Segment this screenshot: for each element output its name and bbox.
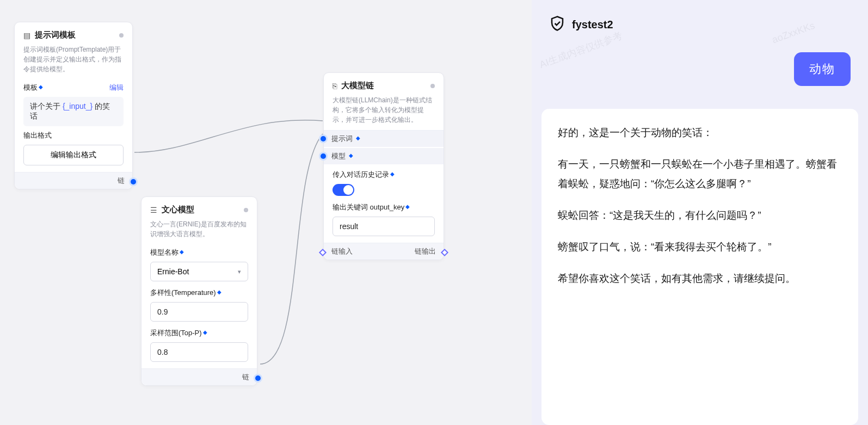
- topp-input[interactable]: 0.8: [150, 342, 248, 362]
- node-title: 文心模型: [162, 205, 194, 215]
- chevron-down-icon: ▾: [238, 268, 241, 275]
- template-value-box[interactable]: 讲个关于 {_input_} 的笑话: [23, 97, 124, 126]
- output-port[interactable]: [255, 375, 261, 381]
- topp-label: 采样范围(Top-P): [150, 328, 202, 338]
- required-marker: ◆: [39, 84, 43, 90]
- model-input-row: 模型 ◆: [324, 148, 444, 164]
- node-description: 文心一言(ERNIE)是百度发布的知识增强大语言模型。: [141, 217, 257, 244]
- history-label: 传入对话历史记录: [333, 170, 389, 180]
- status-dot: [244, 208, 248, 212]
- llm-chain-node[interactable]: ⎘ 大模型链 大模型链(LLMChain)是一种链式结构，它将多个输入转化为模型…: [323, 72, 444, 260]
- node-description: 提示词模板(PromptTemplate)用于创建提示并定义输出格式，作为指令提…: [15, 42, 132, 79]
- prompt-template-node[interactable]: ▤ 提示词模板 提示词模板(PromptTemplate)用于创建提示并定义输出…: [14, 22, 133, 189]
- prompt-row-label: 提示词: [331, 134, 353, 143]
- output-format-label: 输出格式: [23, 131, 52, 140]
- required-marker: ◆: [217, 289, 221, 295]
- model-row-label: 模型: [331, 152, 346, 160]
- assistant-paragraph: 蜈蚣回答：“这是我天生的，有什么问题吗？”: [558, 206, 842, 225]
- prompt-input-port[interactable]: [321, 136, 326, 141]
- chat-panel: AI生成内容仅供参考 aoZxxKKs aoZxxKKs aoZxxKKs ao…: [532, 0, 868, 425]
- user-message-bubble: 动物: [794, 52, 851, 86]
- shield-check-icon: [549, 15, 565, 34]
- output-key-input[interactable]: result: [333, 217, 435, 236]
- edit-template-link[interactable]: 编辑: [109, 83, 124, 93]
- template-variable: {_input_}: [63, 102, 93, 110]
- model-name-label: 模型名称: [150, 248, 178, 257]
- assistant-paragraph: 有一天，一只螃蟹和一只蜈蚣在一个小巷子里相遇了。螃蟹看着蜈蚣，疑惑地问：“你怎么…: [558, 155, 842, 194]
- footer-chain-label: 链: [118, 176, 125, 186]
- prompt-input-row: 提示词 ◆: [324, 130, 444, 147]
- ernie-model-node[interactable]: ☰ 文心模型 文心一言(ERNIE)是百度发布的知识增强大语言模型。 模型名称 …: [141, 196, 257, 386]
- flow-canvas[interactable]: ▤ 提示词模板 提示词模板(PromptTemplate)用于创建提示并定义输出…: [0, 0, 532, 425]
- model-input-port[interactable]: [321, 153, 326, 159]
- template-field-label: 模板: [23, 83, 38, 93]
- template-text-prefix: 讲个关于: [30, 102, 60, 110]
- required-marker: ◆: [390, 171, 395, 177]
- chat-title: fystest2: [572, 19, 613, 31]
- template-icon: ▤: [23, 31, 30, 40]
- output-key-label: 输出关键词 output_key: [333, 202, 404, 212]
- model-name-select[interactable]: Ernie-Bot ▾: [150, 262, 248, 281]
- chain-input-label: 链输入: [331, 247, 353, 256]
- edit-output-format-button[interactable]: 编辑输出格式: [23, 145, 124, 165]
- footer-chain-label: 链: [242, 372, 249, 382]
- assistant-paragraph: 好的，这是一个关于动物的笑话：: [558, 123, 842, 143]
- assistant-paragraph: 希望你喜欢这个笑话，如有其他需求，请继续提问。: [558, 269, 842, 288]
- required-marker: ◆: [349, 152, 353, 158]
- model-icon: ☰: [150, 206, 157, 214]
- required-marker: ◆: [203, 329, 207, 335]
- node-title: 提示词模板: [35, 30, 76, 40]
- required-marker: ◆: [180, 249, 184, 255]
- model-name-value: Ernie-Bot: [157, 267, 189, 276]
- node-description: 大模型链(LLMChain)是一种链式结构，它将多个输入转化为模型提示，并可进一…: [324, 93, 444, 130]
- chat-header: fystest2: [532, 0, 868, 45]
- history-toggle[interactable]: [333, 184, 354, 196]
- assistant-message-card: 好的，这是一个关于动物的笑话： 有一天，一只螃蟹和一只蜈蚣在一个小巷子里相遇了。…: [541, 109, 858, 425]
- assistant-paragraph: 螃蟹叹了口气，说：“看来我得去买个轮椅了。”: [558, 237, 842, 257]
- status-dot: [119, 33, 124, 38]
- chain-output-label: 链输出: [415, 247, 436, 256]
- node-title: 大模型链: [341, 81, 374, 91]
- output-port[interactable]: [131, 179, 136, 184]
- temperature-input[interactable]: 0.9: [150, 302, 248, 322]
- required-marker: ◆: [356, 135, 360, 141]
- required-marker: ◆: [405, 204, 410, 210]
- temperature-label: 多样性(Temperature): [150, 288, 216, 298]
- link-icon: ⎘: [333, 82, 337, 90]
- status-dot: [430, 84, 435, 88]
